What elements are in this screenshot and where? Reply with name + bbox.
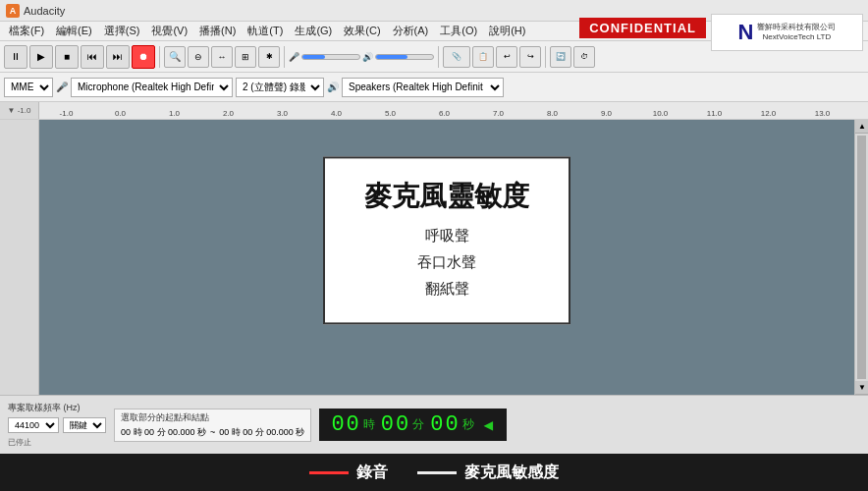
fit-project-button[interactable]: ⊞: [235, 46, 256, 68]
app-title: Audacity: [24, 5, 65, 17]
sample-rate-select[interactable]: 44100: [8, 417, 59, 433]
play-button[interactable]: ▶: [29, 45, 53, 69]
ruler-mark: -1.0: [39, 109, 93, 119]
time-minutes: 00: [381, 412, 410, 437]
second-unit: 秒: [462, 416, 476, 433]
app-icon: A: [6, 4, 20, 18]
content-lines: 呼吸聲 吞口水聲 翻紙聲: [364, 223, 529, 302]
menu-help[interactable]: 說明(H): [484, 23, 530, 39]
channel-select[interactable]: 2 (立體聲) 錄影聲道: [236, 78, 324, 97]
content-title: 麥克風靈敏度: [364, 178, 529, 215]
separator1: [159, 46, 160, 68]
sample-rate-value-row: 44100 關鍵: [8, 417, 106, 433]
caption-sensitivity: 麥克風敏感度: [417, 463, 559, 483]
company-name: 響鮮時采科技有限公司 NextVoiceTech LTD: [757, 23, 836, 43]
ruler-mark: 4.0: [309, 109, 363, 119]
skip-end-button[interactable]: ⏭: [106, 45, 130, 69]
redo-button[interactable]: ↪: [519, 46, 541, 68]
ruler-mark: 2.0: [201, 109, 255, 119]
skip-start-button[interactable]: ⏮: [81, 45, 104, 69]
caption-recording: 錄音: [309, 463, 388, 483]
ruler: ▼ -1.0 -1.0 0.0 1.0 2.0 3.0 4.0 5.0 6.0 …: [0, 102, 868, 120]
menu-analyze[interactable]: 分析(A): [388, 23, 434, 39]
confidential-badge: CONFIDENTIAL: [579, 18, 706, 38]
menu-effects[interactable]: 效果(C): [339, 23, 385, 39]
bottom-caption: 錄音 麥克風敏感度: [0, 454, 868, 491]
scroll-thumb[interactable]: [857, 136, 866, 379]
logo-letter: N: [738, 19, 754, 47]
big-time-display: 00 時 00 分 00 秒 ◀: [319, 409, 507, 441]
track-controls: [0, 120, 39, 395]
hour-unit: 時: [363, 416, 377, 433]
time-separator: ~: [210, 427, 215, 437]
recording-label: 錄音: [356, 463, 388, 483]
menu-select[interactable]: 選擇(S): [99, 23, 145, 39]
time-seconds: 00: [430, 412, 460, 437]
fit-project-icon: ⊞: [242, 52, 249, 62]
scroll-down-arrow[interactable]: ▼: [855, 381, 868, 395]
record-button[interactable]: ⏺: [132, 45, 155, 69]
stopped-label: 已停止: [8, 437, 106, 448]
speaker-icon-label: 🔊: [362, 52, 373, 62]
clip-icon: 📎: [452, 52, 461, 61]
bit-depth-select[interactable]: 關鍵: [63, 417, 106, 433]
ruler-mark: 11.0: [687, 109, 741, 119]
ruler-mark: 6.0: [417, 109, 471, 119]
app-window: A Audacity 檔案(F) 編輯(E) 選擇(S) 視覺(V) 播播(N)…: [0, 0, 868, 491]
pause-button[interactable]: ⏸: [4, 45, 27, 69]
zoom-toggle-button[interactable]: ✱: [258, 46, 280, 68]
ruler-mark: 9.0: [579, 109, 633, 119]
zoom-in-icon: 🔍: [169, 51, 181, 62]
menu-file[interactable]: 檔案(F): [4, 23, 49, 39]
zoom-out-button[interactable]: ⊖: [188, 46, 209, 68]
timer-button[interactable]: ⏱: [573, 46, 595, 68]
speaker-level-slider[interactable]: [375, 54, 434, 60]
menu-tools[interactable]: 工具(O): [435, 23, 482, 39]
toolbar2: MME 🎤 Microphone (Realtek High Defini 2 …: [0, 73, 868, 102]
time-range-box: 選取部分的起點和結點 00 時 00 分 00.000 秒 ~ 00 時 00 …: [114, 409, 311, 442]
speaker-device-select[interactable]: Speakers (Realtek High Definit: [342, 78, 504, 97]
waveform-area[interactable]: 麥克風靈敏度 呼吸聲 吞口水聲 翻紙聲: [39, 120, 854, 395]
ruler-mark: 3.0: [255, 109, 309, 119]
sample-rate-row: 專案取樣頻率 (Hz): [8, 402, 106, 414]
scrollbar-right[interactable]: ▲ ▼: [854, 120, 868, 395]
ruler-mark: 0.0: [93, 109, 147, 119]
mic-level-slider[interactable]: [301, 54, 360, 60]
content-line-2: 吞口水聲: [364, 249, 529, 276]
zoom-toggle-icon: ✱: [266, 52, 273, 61]
undo-icon: ↩: [504, 52, 511, 61]
mic-device-select[interactable]: Microphone (Realtek High Defini: [71, 78, 233, 97]
ruler-mark: 8.0: [525, 109, 579, 119]
loop-button[interactable]: 🔄: [550, 46, 571, 68]
menu-generate[interactable]: 生成(G): [290, 23, 337, 39]
cursor-indicator: ◀: [484, 415, 496, 435]
selection-label: 選取部分的起點和結點: [121, 411, 304, 424]
recording-line: [309, 471, 349, 474]
undo-button[interactable]: ↩: [496, 46, 517, 68]
ruler-mark: 1.0: [147, 109, 201, 119]
menu-edit[interactable]: 編輯(E): [51, 23, 97, 39]
zoom-in-button[interactable]: 🔍: [164, 46, 186, 68]
status-left: 專案取樣頻率 (Hz) 44100 關鍵 已停止: [8, 402, 106, 448]
fit-selection-button[interactable]: ↔: [211, 46, 233, 68]
extra-btn1[interactable]: 📎: [443, 46, 470, 68]
stop-button[interactable]: ■: [55, 45, 79, 69]
sensitivity-label: 麥克風敏感度: [464, 463, 559, 483]
menu-view[interactable]: 視覺(V): [146, 23, 192, 39]
menu-transport[interactable]: 播播(N): [194, 23, 241, 39]
content-line-1: 呼吸聲: [364, 223, 529, 249]
menu-tracks[interactable]: 軌道(T): [243, 23, 288, 39]
extra-btn2[interactable]: 📋: [472, 46, 494, 68]
scroll-up-arrow[interactable]: ▲: [855, 120, 868, 134]
ruler-track-label: ▼ -1.0: [0, 102, 39, 119]
fit-selection-icon: ↔: [218, 52, 227, 62]
speaker-device-icon: 🔊: [327, 82, 339, 92]
ruler-mark: 14.0: [849, 109, 868, 119]
paste-icon: 📋: [478, 52, 488, 61]
redo-icon: ↪: [527, 52, 534, 61]
ruler-marks: -1.0 0.0 1.0 2.0 3.0 4.0 5.0 6.0 7.0 8.0…: [39, 102, 868, 119]
host-select[interactable]: MME: [4, 78, 53, 97]
minute-unit: 分: [412, 416, 426, 433]
timer-icon: ⏱: [580, 52, 588, 61]
play-icon: ▶: [37, 51, 45, 62]
